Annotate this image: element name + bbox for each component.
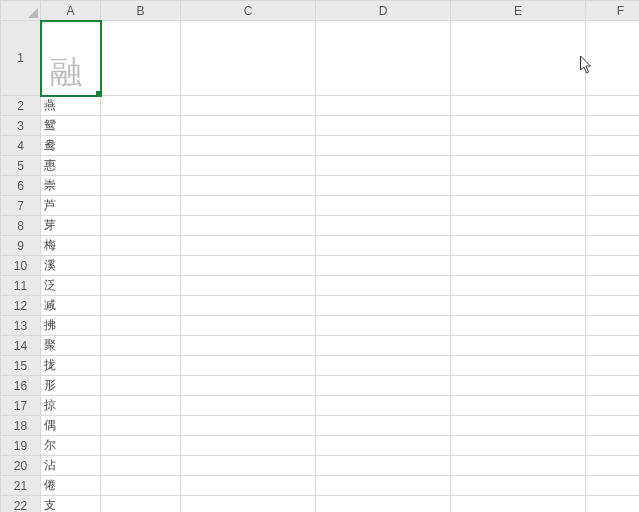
column-header-c[interactable]: C [181,1,316,21]
cell-c21[interactable] [181,476,316,496]
cell-c7[interactable] [181,196,316,216]
cell-f20[interactable] [586,456,640,476]
cell-a18[interactable]: 偶 [41,416,101,436]
row-header-16[interactable]: 16 [1,376,41,396]
cell-c2[interactable] [181,96,316,116]
cell-f5[interactable] [586,156,640,176]
cell-c16[interactable] [181,376,316,396]
cell-a4[interactable]: 鸯 [41,136,101,156]
cell-a6[interactable]: 崇 [41,176,101,196]
cell-d12[interactable] [316,296,451,316]
cell-f1[interactable] [586,21,640,96]
row-header-10[interactable]: 10 [1,256,41,276]
cell-b20[interactable] [101,456,181,476]
cell-d3[interactable] [316,116,451,136]
cell-e4[interactable] [451,136,586,156]
row-header-20[interactable]: 20 [1,456,41,476]
cell-b17[interactable] [101,396,181,416]
cell-e16[interactable] [451,376,586,396]
column-header-e[interactable]: E [451,1,586,21]
cell-a19[interactable]: 尔 [41,436,101,456]
column-header-a[interactable]: A [41,1,101,21]
cell-d14[interactable] [316,336,451,356]
cell-f6[interactable] [586,176,640,196]
row-header-2[interactable]: 2 [1,96,41,116]
cell-e12[interactable] [451,296,586,316]
cell-e7[interactable] [451,196,586,216]
cell-c9[interactable] [181,236,316,256]
cell-d21[interactable] [316,476,451,496]
cell-e20[interactable] [451,456,586,476]
cell-d10[interactable] [316,256,451,276]
cell-f15[interactable] [586,356,640,376]
cell-c5[interactable] [181,156,316,176]
cell-b3[interactable] [101,116,181,136]
cell-e2[interactable] [451,96,586,116]
cell-b19[interactable] [101,436,181,456]
cell-b1[interactable] [101,21,181,96]
cell-f9[interactable] [586,236,640,256]
cell-a7[interactable]: 芦 [41,196,101,216]
cell-b15[interactable] [101,356,181,376]
column-header-d[interactable]: D [316,1,451,21]
row-header-11[interactable]: 11 [1,276,41,296]
cell-d4[interactable] [316,136,451,156]
cell-b13[interactable] [101,316,181,336]
cell-a14[interactable]: 聚 [41,336,101,356]
cell-e9[interactable] [451,236,586,256]
row-header-18[interactable]: 18 [1,416,41,436]
cell-f22[interactable] [586,496,640,513]
cell-d9[interactable] [316,236,451,256]
row-header-6[interactable]: 6 [1,176,41,196]
cell-f3[interactable] [586,116,640,136]
cell-d18[interactable] [316,416,451,436]
cell-d22[interactable] [316,496,451,513]
cell-a2[interactable]: 燕 [41,96,101,116]
cell-b11[interactable] [101,276,181,296]
column-header-b[interactable]: B [101,1,181,21]
cell-b9[interactable] [101,236,181,256]
cell-b22[interactable] [101,496,181,513]
cell-a8[interactable]: 芽 [41,216,101,236]
cell-c19[interactable] [181,436,316,456]
cell-f14[interactable] [586,336,640,356]
cell-f2[interactable] [586,96,640,116]
cell-d2[interactable] [316,96,451,116]
row-header-3[interactable]: 3 [1,116,41,136]
cell-f17[interactable] [586,396,640,416]
cell-e15[interactable] [451,356,586,376]
cell-a12[interactable]: 减 [41,296,101,316]
cell-e8[interactable] [451,216,586,236]
cell-e1[interactable] [451,21,586,96]
cell-b6[interactable] [101,176,181,196]
cell-a1[interactable]: 融 [41,21,101,96]
cell-a13[interactable]: 拂 [41,316,101,336]
cell-b12[interactable] [101,296,181,316]
cell-b18[interactable] [101,416,181,436]
cell-f7[interactable] [586,196,640,216]
select-all-corner[interactable] [1,1,41,21]
cell-b21[interactable] [101,476,181,496]
cell-a3[interactable]: 鸳 [41,116,101,136]
cell-e3[interactable] [451,116,586,136]
cell-a20[interactable]: 沾 [41,456,101,476]
cell-f13[interactable] [586,316,640,336]
grid[interactable]: ABCDEF1融2燕3鸳4鸯5惠6崇7芦8芽9梅10溪11泛12减13拂14聚1… [0,0,639,512]
cell-b5[interactable] [101,156,181,176]
cell-f10[interactable] [586,256,640,276]
cell-c12[interactable] [181,296,316,316]
cell-a21[interactable]: 倦 [41,476,101,496]
cell-d17[interactable] [316,396,451,416]
cell-e13[interactable] [451,316,586,336]
cell-b8[interactable] [101,216,181,236]
row-header-15[interactable]: 15 [1,356,41,376]
cell-f8[interactable] [586,216,640,236]
cell-e11[interactable] [451,276,586,296]
cell-d11[interactable] [316,276,451,296]
cell-b4[interactable] [101,136,181,156]
cell-b14[interactable] [101,336,181,356]
cell-f4[interactable] [586,136,640,156]
cell-f18[interactable] [586,416,640,436]
cell-c1[interactable] [181,21,316,96]
cell-c8[interactable] [181,216,316,236]
